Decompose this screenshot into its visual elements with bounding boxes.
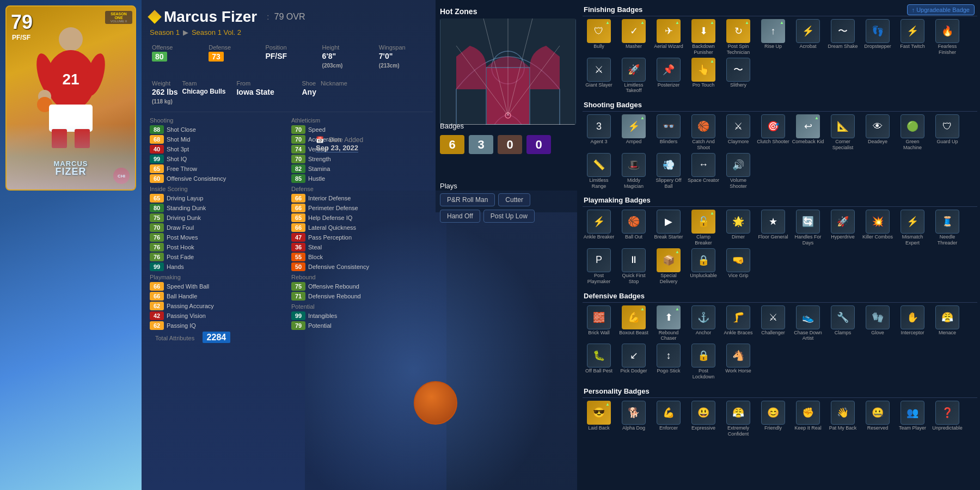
badge-item[interactable]: ⚔Giant Slayer <box>583 58 615 94</box>
section-rebound: Rebound <box>291 272 433 281</box>
card-clouds <box>7 124 135 189</box>
rebound-attrs-container: 75Offensive Rebound71Defensive Rebound <box>291 281 433 301</box>
attr-badge: 55 <box>291 253 305 261</box>
badge-icon: 🐕 <box>622 401 646 425</box>
badge-item[interactable]: ⚡Mismatch Expert <box>896 210 929 246</box>
badge-item[interactable]: 🛡Guard Up <box>931 114 964 151</box>
upgrade-arrow: ▲ <box>675 20 679 25</box>
badge-item[interactable]: 👣Dropstepper <box>861 19 894 56</box>
badge-item[interactable]: 👓Blinders <box>652 114 685 151</box>
upgrade-arrow: ▲ <box>675 249 679 254</box>
badge-item[interactable]: 🧤Glove <box>861 305 894 342</box>
badge-item[interactable]: 👆▲Pro Touch <box>687 58 720 94</box>
date-added-label: Date Added <box>329 136 363 144</box>
badge-item[interactable]: 🧵Needle Threader <box>931 210 964 246</box>
badge-icon: ✓▲ <box>622 19 646 43</box>
badge-item[interactable]: 📐Corner Specialist <box>826 114 859 151</box>
badge-item[interactable]: ⚡Fast Twitch <box>896 19 929 56</box>
badge-item[interactable]: 🤜Vice Grip <box>722 248 755 285</box>
badge-item[interactable]: 🐛Off Ball Pest <box>583 344 615 380</box>
badge-item[interactable]: 💥Killer Combos <box>861 210 894 246</box>
attr-label: Speed <box>308 126 326 133</box>
section-shooting: Shooting <box>150 115 291 125</box>
badge-item[interactable]: ↔Space Creator <box>687 153 720 189</box>
badge-item[interactable]: 🔒Post Lockdown <box>687 344 720 380</box>
attr-badge: 65 <box>150 194 164 203</box>
defense-value: 73 <box>209 52 224 62</box>
badge-item[interactable]: 🚀Hyperdrive <box>826 210 859 246</box>
badge-item[interactable]: 🟢Green Machine <box>896 114 929 151</box>
badge-item[interactable]: 🔧Clamps <box>826 305 859 342</box>
badge-item[interactable]: 🤐Reserved <box>861 401 894 437</box>
badge-item[interactable]: ⬇▲Backdown Punisher <box>687 19 720 56</box>
badge-icon: ▶ <box>657 210 681 234</box>
badge-item[interactable]: 🎩Middy Magician <box>617 153 650 189</box>
badge-item[interactable]: 🛡▲Bully <box>583 19 615 56</box>
badge-item[interactable]: 💨Slippery Off Ball <box>652 153 685 189</box>
badge-item[interactable]: ⚔Claymore <box>722 114 755 151</box>
badge-item[interactable]: ↙Pick Dodger <box>617 344 650 380</box>
badge-item[interactable]: 🔄Handles For Days <box>792 210 824 246</box>
badge-item[interactable]: ❓Unpredictable <box>931 401 964 437</box>
badge-item[interactable]: 👁Deadeye <box>861 114 894 151</box>
badge-item[interactable]: ↕Pogo Stick <box>652 344 685 380</box>
badge-item[interactable]: 🔊Volume Shooter <box>722 153 755 189</box>
badge-label: Slithery <box>730 82 746 88</box>
badge-item[interactable]: ⚔Challenger <box>757 305 789 342</box>
badge-item[interactable]: 🔓▲Clamp Breaker <box>687 210 720 246</box>
badge-item[interactable]: 🔒Unpluckable <box>687 248 720 285</box>
badge-item[interactable]: PPost Playmaker <box>583 248 615 285</box>
badge-item[interactable]: ⏸Quick First Stop <box>617 248 650 285</box>
badge-item[interactable]: ⚓Anchor <box>687 305 720 342</box>
badge-item[interactable]: ★Floor General <box>757 210 789 246</box>
wingspan-label: Wingspan <box>379 44 431 51</box>
badge-item[interactable]: 😊Friendly <box>757 401 789 437</box>
badge-item[interactable]: 🦵Ankle Braces <box>722 305 755 342</box>
attr-label: Post Hook <box>167 244 194 250</box>
badge-item[interactable]: ↑▲Rise Up <box>757 19 789 56</box>
badge-item[interactable]: ✈▲Aerial Wizard <box>652 19 685 56</box>
badge-item[interactable]: 😤Extremely Confident <box>722 401 755 437</box>
upgrade-button[interactable]: ↑ Upgradeable Badge <box>907 4 975 15</box>
badge-item[interactable]: ↻▲Post Spin Technician <box>722 19 755 56</box>
attr-label: Draw Foul <box>167 224 194 231</box>
badge-item[interactable]: ⚡Ankle Breaker <box>583 210 615 246</box>
badge-item[interactable]: ⬆▲Rebound Chaser <box>652 305 685 342</box>
badge-item[interactable]: ↩▲Comeback Kid <box>792 114 824 151</box>
badge-item[interactable]: 👋Pat My Back <box>826 401 859 437</box>
badge-item[interactable]: 🐕Alpha Dog <box>617 401 650 437</box>
badge-item[interactable]: ▶Break Starter <box>652 210 685 246</box>
badge-item[interactable]: 📦▲Special Delivery <box>652 248 685 285</box>
badge-label: Bully <box>593 44 604 50</box>
badge-icon: 🦵 <box>726 305 750 329</box>
badge-item[interactable]: 😎▲Laid Back <box>583 401 615 437</box>
badge-item[interactable]: 〜Slithery <box>722 58 755 94</box>
badge-item[interactable]: 〜Dream Shake <box>826 19 859 56</box>
badge-item[interactable]: 🏀Catch And Shoot <box>687 114 720 151</box>
badge-item[interactable]: 💪Enforcer <box>652 401 685 437</box>
attr-badge: 68 <box>150 135 164 144</box>
badge-item[interactable]: 💪▲Boxout Beast <box>617 305 650 342</box>
badge-item[interactable]: 🔥Fearless Finisher <box>931 19 964 56</box>
badge-item[interactable]: 3Agent 3 <box>583 114 615 151</box>
badge-item[interactable]: 👟Chase Down Artist <box>792 305 824 342</box>
badge-item[interactable]: ⚡Acrobat <box>792 19 824 56</box>
badge-item[interactable]: 🏀Ball Out <box>617 210 650 246</box>
badge-item[interactable]: 📌Posterizer <box>652 58 685 94</box>
badge-item[interactable]: ⚡▲Amped <box>617 114 650 151</box>
badge-item[interactable]: ✓▲Masher <box>617 19 650 56</box>
badge-icon: 🎯 <box>761 114 785 138</box>
badge-item[interactable]: 🌟Dimer <box>722 210 755 246</box>
badge-item[interactable]: 😤Menace <box>931 305 964 342</box>
badge-item[interactable]: 🐴Work Horse <box>722 344 755 380</box>
badge-item[interactable]: ✊Keep It Real <box>792 401 824 437</box>
badge-item[interactable]: 🧱Brick Wall <box>583 305 615 342</box>
badge-item[interactable]: 😃Expressive <box>687 401 720 437</box>
badge-icon: 👆▲ <box>691 58 715 82</box>
badge-item[interactable]: 👥Team Player <box>896 401 929 437</box>
badge-item[interactable]: 📏Limitless Range <box>583 153 615 189</box>
badge-item[interactable]: 🎯Clutch Shooter <box>757 114 789 151</box>
badge-icon: 😤 <box>935 305 959 329</box>
badge-item[interactable]: ✋Interceptor <box>896 305 929 342</box>
badge-item[interactable]: 🚀Limitless Takeoff <box>617 58 650 94</box>
